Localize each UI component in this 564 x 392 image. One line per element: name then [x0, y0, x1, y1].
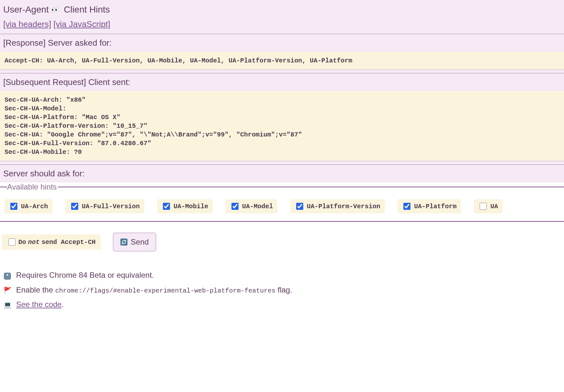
hint-checkbox-ua-platform[interactable] — [403, 203, 410, 210]
divider — [0, 70, 564, 73]
laptop-icon: 💻 — [3, 300, 12, 310]
hint-label: UA-Platform-Version — [307, 203, 380, 210]
title-suffix: Client Hints — [64, 5, 110, 14]
send-button[interactable]: Send — [113, 233, 156, 251]
flag-icon: 🚩 — [3, 285, 12, 296]
divider — [0, 161, 564, 164]
asterisk-icon: * — [3, 270, 12, 281]
response-code: Accept-CH: UA-Arch, UA-Full-Version, UA-… — [0, 52, 564, 70]
hint-checkbox-ua-arch[interactable] — [10, 203, 17, 210]
hint-label: UA — [490, 203, 498, 210]
refresh-icon — [120, 238, 127, 246]
title-prefix: User-Agent — [3, 5, 49, 14]
should-ask-heading: Server should ask for: — [0, 164, 564, 182]
hint-chip-ua[interactable]: UA — [474, 199, 503, 213]
note-enable-suffix: flag. — [277, 285, 292, 294]
available-hints-fieldset: Available hints UA-ArchUA-Full-VersionUA… — [0, 182, 564, 222]
do-not-send-checkbox[interactable] — [8, 238, 15, 246]
note-see-code: 💻 See the code. — [3, 298, 561, 311]
hint-chip-ua-platform-version[interactable]: UA-Platform-Version — [290, 199, 385, 213]
note-enable-code: chrome://flags/#enable-experimental-web-… — [55, 287, 275, 294]
subsequent-code: Sec-CH-UA-Arch: "x86" Sec-CH-UA-Model: S… — [0, 91, 564, 161]
note-requires-text: Requires Chrome 84 Beta or equivalent. — [16, 269, 154, 282]
hint-label: UA-Model — [242, 203, 273, 210]
hint-label: UA-Full-Version — [82, 203, 140, 210]
hint-checkbox-ua-full-version[interactable] — [71, 203, 78, 210]
hint-checkbox-ua-model[interactable] — [231, 203, 239, 210]
available-hints-legend: Available hints — [7, 182, 58, 191]
note-requires: * Requires Chrome 84 Beta or equivalent. — [3, 269, 561, 282]
hint-chip-ua-model[interactable]: UA-Model — [226, 199, 277, 213]
subsequent-heading: [Subsequent Request] Client sent: — [0, 73, 564, 91]
via-headers-link[interactable]: [via headers] — [3, 19, 51, 29]
see-code-link[interactable]: See the code — [16, 300, 61, 309]
page-title: User-Agent 👀 Client Hints — [3, 3, 561, 19]
note-enable-prefix: Enable the — [16, 285, 53, 294]
do-not-send-suffix: send Accept-CH — [42, 238, 96, 246]
header: User-Agent 👀 Client Hints [via headers] … — [0, 0, 564, 34]
hint-checkbox-ua-mobile[interactable] — [163, 203, 170, 210]
hint-checkbox-ua[interactable] — [480, 203, 487, 210]
hint-chip-ua-platform[interactable]: UA-Platform — [398, 199, 461, 213]
note-enable: 🚩 Enable the chrome://flags/#enable-expe… — [3, 284, 561, 296]
hint-label: UA-Platform — [414, 203, 456, 210]
controls-row: Do not send Accept-CH Send — [0, 222, 564, 262]
hint-chip-ua-full-version[interactable]: UA-Full-Version — [65, 199, 144, 213]
do-not-send-not: not — [28, 238, 40, 246]
nav-links: [via headers] [via JavaScript] — [3, 19, 561, 34]
eyes-icon: 👀 — [51, 6, 61, 13]
hint-label: UA-Arch — [21, 203, 48, 210]
footer-notes: * Requires Chrome 84 Beta or equivalent.… — [0, 262, 564, 317]
hints-wrap: Available hints UA-ArchUA-Full-VersionUA… — [0, 182, 564, 222]
response-heading: [Response] Server asked for: — [0, 34, 564, 52]
send-button-label: Send — [131, 238, 149, 247]
hint-chip-ua-mobile[interactable]: UA-Mobile — [157, 199, 213, 213]
do-not-send-prefix: Do — [18, 238, 26, 246]
hint-chip-ua-arch[interactable]: UA-Arch — [5, 199, 52, 213]
do-not-send-label[interactable]: Do not send Accept-CH — [2, 234, 101, 250]
via-javascript-link[interactable]: [via JavaScript] — [53, 19, 110, 29]
hint-checkbox-ua-platform-version[interactable] — [296, 203, 303, 210]
hint-label: UA-Mobile — [174, 203, 208, 210]
